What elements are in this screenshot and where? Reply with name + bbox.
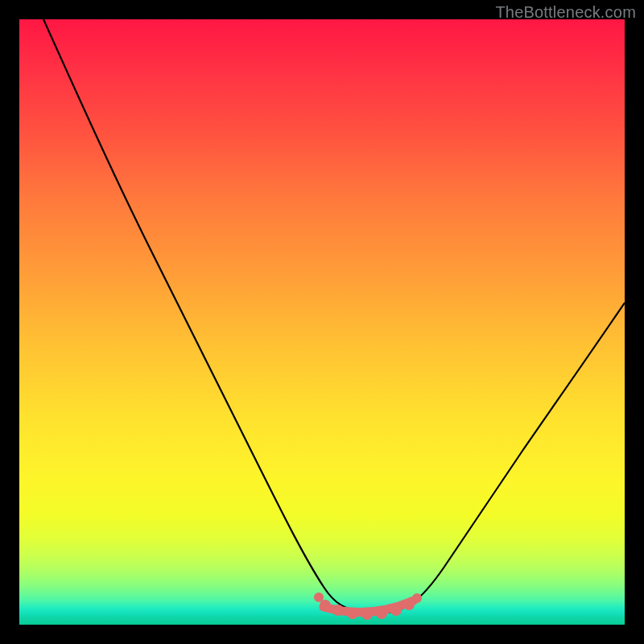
plot-area (19, 19, 625, 625)
band-dot-left-1 (314, 592, 324, 602)
watermark-text: TheBottleneck.com (495, 3, 636, 22)
chart-root: TheBottleneck.com (0, 0, 644, 644)
bottleneck-curve-line (43, 19, 625, 613)
chart-svg (19, 19, 625, 625)
